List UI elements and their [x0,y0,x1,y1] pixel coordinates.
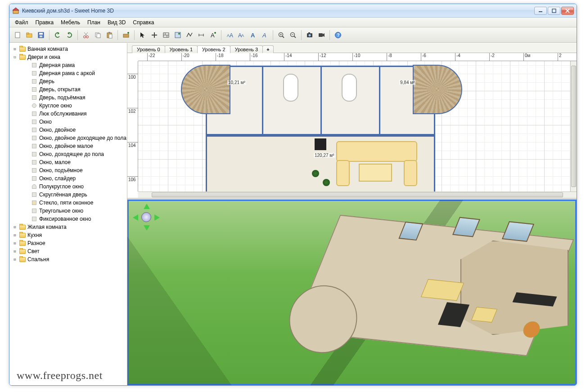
scrollbar-vertical[interactable] [570,61,577,192]
menu-edit[interactable]: Правка [32,18,58,27]
ruler-tick: -20 [181,53,189,61]
ruler-vertical: 100 102 104 106 [127,61,138,192]
close-button[interactable] [561,7,574,15]
catalog-item-label: Круглое окно [39,102,72,109]
catalog-item[interactable]: Дверь [10,77,127,85]
maximize-button[interactable] [548,7,560,15]
svg-point-27 [154,34,155,36]
catalog-item[interactable]: Дверная рама с аркой [10,69,127,77]
text-italic-icon[interactable]: A [259,30,270,40]
nav-left-icon[interactable] [133,214,138,221]
video-icon[interactable] [316,30,327,40]
scrollbar-thumb[interactable] [152,192,563,197]
menu-furniture[interactable]: Мебель [57,18,84,27]
plan-2d-view[interactable]: -22 -20 -18 -16 -14 -12 -10 -8 -6 -4 -2 … [127,53,577,200]
catalog-item[interactable]: Полукруглое окно [10,183,127,191]
redo-icon[interactable] [64,30,75,40]
catalog-folder-doors-windows[interactable]: ⊟Двери и окна [10,53,127,61]
furniture-catalog[interactable]: ⊞Ванная комната ⊟Двери и окна Дверная ра… [9,43,127,385]
catalog-folder-kitchen[interactable]: ⊞Кухня [10,231,127,239]
svg-line-51 [294,36,296,38]
wall [320,66,322,135]
svg-text:A: A [230,32,233,39]
catalog-item[interactable]: Стекло, пяти оконное [10,199,127,207]
catalog-item[interactable]: Дверь, подъёмная [10,94,127,102]
catalog-item[interactable]: Окно, подъёмное [10,166,127,174]
photo-icon[interactable] [304,30,315,40]
add-furniture-icon[interactable] [121,30,131,40]
catalog-folder-living[interactable]: ⊞Жилая комната [10,223,127,231]
nav-up-icon[interactable] [144,204,150,209]
nav-down-icon[interactable] [144,225,150,231]
svg-rect-6 [15,32,20,38]
scrollbar-horizontal[interactable] [138,192,577,198]
catalog-folder-bathroom[interactable]: ⊞Ванная комната [10,45,127,53]
copy-icon[interactable] [92,30,103,40]
svg-point-33 [178,33,180,35]
dimension-icon[interactable] [196,30,207,40]
catalog-item[interactable]: Круглое окно [10,102,127,110]
undo-icon[interactable] [52,30,63,40]
text-small-icon[interactable]: AA [224,30,235,40]
scrollbar-thumb[interactable] [571,66,576,187]
menu-file[interactable]: Файл [11,18,32,27]
tab-level-2[interactable]: Уровень 2 [197,45,230,53]
text-bold-icon[interactable]: A [248,30,258,40]
catalog-item[interactable]: Окно, малое [10,158,127,166]
svg-text:A: A [211,32,215,39]
catalog-label: Разное [27,240,45,247]
toolbar-separator [301,30,302,40]
help-icon[interactable]: ? [333,30,343,40]
tab-level-0[interactable]: Уровень 0 [132,45,165,53]
catalog-item[interactable]: Окно, двойное доходящее до пола [10,134,127,142]
nav-right-icon[interactable] [154,214,160,221]
catalog-item[interactable]: Люк обслуживания [10,110,127,118]
zoom-out-icon[interactable] [288,30,298,40]
save-icon[interactable] [36,30,46,40]
catalog-folder-light[interactable]: ⊞Свет [10,247,127,255]
cut-icon[interactable] [81,30,91,40]
catalog-item-label: Окно, слайдер [39,175,76,182]
ruler-tick: -16 [250,53,257,61]
polyline-icon[interactable] [184,30,195,40]
catalog-item[interactable]: Дверная рама [10,61,127,69]
sofa-icon [336,141,417,162]
catalog-folder-bedroom[interactable]: ⊞Спальня [10,255,127,263]
plan-3d-view[interactable] [127,200,577,385]
plant-icon [312,170,319,177]
catalog-item[interactable]: Окно, доходящее до пола [10,150,127,158]
tab-level-3[interactable]: Уровень 3 [230,45,263,53]
menu-help[interactable]: Справка [129,18,158,27]
wall-icon[interactable] [161,30,171,40]
catalog-item[interactable]: Окно, двойное [10,126,127,134]
tab-add-level[interactable]: + [262,45,273,53]
catalog-item[interactable]: Дверь, открытая [10,85,127,94]
room-icon[interactable] [172,30,183,40]
svg-rect-10 [39,33,43,35]
menu-plan[interactable]: План [84,18,104,27]
catalog-item[interactable]: Окно, слайдер [10,174,127,183]
catalog-folder-misc[interactable]: ⊞Разное [10,239,127,247]
menu-3dview[interactable]: Вид 3D [104,18,129,27]
catalog-item[interactable]: Треугольное окно [10,207,127,215]
zoom-in-icon[interactable] [276,30,287,40]
ruler-tick: 102 [127,108,138,114]
pan-icon[interactable] [149,30,160,40]
nav-compass[interactable] [134,205,159,230]
open-icon[interactable] [24,30,35,40]
catalog-item[interactable]: Скруглённая дверь [10,191,127,199]
text-icon[interactable]: A [207,30,218,40]
catalog-item[interactable]: Окно, двойное малое [10,142,127,150]
catalog-item[interactable]: Окно [10,118,127,126]
new-icon[interactable] [12,30,23,40]
catalog-item-label: Стекло, пяти оконное [39,199,93,206]
minimize-button[interactable] [534,7,547,15]
catalog-item[interactable]: Фиксированное окно [10,215,127,223]
paste-icon[interactable] [104,30,115,40]
text-large-icon[interactable]: AA [236,30,247,40]
catalog-item-label: Окно, двойное доходящее до пола [39,134,126,142]
select-icon[interactable] [137,30,148,40]
tab-level-1[interactable]: Уровень 1 [165,45,198,53]
svg-rect-11 [40,36,42,37]
nav-center-icon[interactable] [141,212,151,222]
